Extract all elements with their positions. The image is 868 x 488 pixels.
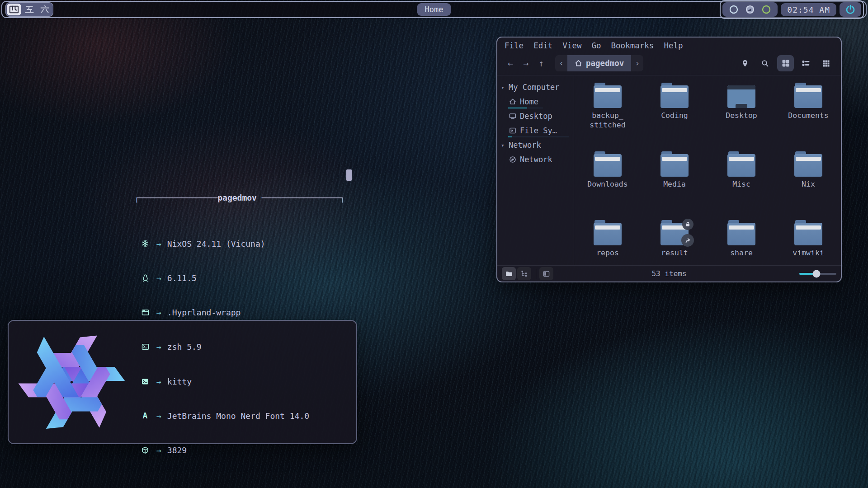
workspace-6[interactable] bbox=[38, 4, 52, 15]
clock: 02:54 AM bbox=[781, 3, 836, 16]
cjk-four-glyph-icon bbox=[9, 5, 19, 14]
file-name: Nix bbox=[802, 180, 815, 189]
file-name: result bbox=[661, 249, 688, 258]
terminal-window[interactable]: ┌────────────────pagedmov ──────────────… bbox=[8, 320, 357, 444]
sidebar-item-label: File Sy… bbox=[520, 126, 557, 135]
fetch-value: 3829 bbox=[167, 445, 187, 456]
menu-view[interactable]: View bbox=[562, 41, 581, 50]
workspace-4[interactable] bbox=[7, 4, 21, 15]
selection-underline bbox=[508, 136, 569, 137]
up-icon[interactable]: ↑ bbox=[533, 58, 549, 69]
fastfetch-output: ┌────────────────pagedmov ──────────────… bbox=[134, 169, 352, 488]
side-panel-icon[interactable] bbox=[539, 267, 553, 280]
sidebar-item-label: Home bbox=[520, 97, 538, 106]
terminal-filled-icon bbox=[140, 378, 151, 385]
menu-edit[interactable]: Edit bbox=[533, 41, 552, 50]
sidebar-item-file-system[interactable]: File Sy… bbox=[497, 123, 574, 138]
arrow-icon: → bbox=[156, 307, 161, 318]
forward-icon[interactable]: → bbox=[518, 58, 533, 69]
fetch-line-os: → NixOS 24.11 (Vicuna) bbox=[134, 238, 352, 249]
fetch-line-wm: → .Hyprland-wrapp bbox=[134, 307, 352, 318]
breadcrumb-next-icon[interactable]: › bbox=[631, 55, 643, 71]
fetch-line-terminal: → kitty bbox=[134, 376, 352, 387]
dnd-half-circle-icon[interactable] bbox=[745, 5, 755, 14]
folder-view-icon[interactable] bbox=[502, 267, 516, 280]
grid-view-icon[interactable] bbox=[777, 55, 794, 71]
chevron-down-icon: ▾ bbox=[501, 84, 505, 91]
slider-knob[interactable] bbox=[812, 270, 820, 277]
circle-outline-green-icon[interactable] bbox=[761, 5, 771, 14]
font-icon: A bbox=[140, 412, 151, 420]
desktop-icon bbox=[509, 113, 517, 120]
menu-file[interactable]: File bbox=[505, 41, 524, 50]
fetch-line-kernel: → 6.11.5 bbox=[134, 272, 352, 284]
breadcrumb-prev-icon[interactable]: ‹ bbox=[555, 55, 567, 71]
file-item[interactable]: vimwiki bbox=[775, 223, 841, 265]
sidebar-section-my-computer[interactable]: ▾ My Computer bbox=[497, 80, 574, 94]
breadcrumb-current[interactable]: pagedmov bbox=[567, 55, 631, 71]
file-item[interactable]: Coding bbox=[641, 85, 708, 154]
file-item[interactable]: Media bbox=[641, 154, 708, 223]
file-manager-window: File Edit View Go Bookmarks Help ← → ↑ ‹… bbox=[496, 37, 842, 282]
sidebar-item-network[interactable]: Network bbox=[497, 152, 574, 167]
folder-icon bbox=[660, 85, 689, 108]
fetch-box-top: ┌────────────────pagedmov ──────────────… bbox=[134, 192, 352, 203]
lock-icon bbox=[682, 219, 693, 230]
drive-icon bbox=[509, 127, 517, 134]
folder-icon bbox=[794, 154, 822, 177]
circle-outline-icon[interactable] bbox=[729, 5, 739, 14]
sidebar: ▾ My Computer Home Desktop Fil bbox=[497, 75, 574, 265]
file-name: Misc bbox=[732, 180, 750, 189]
arrow-icon: → bbox=[156, 445, 161, 456]
nix-snowflake-icon bbox=[140, 239, 151, 248]
menu-go[interactable]: Go bbox=[591, 41, 601, 50]
menu-bookmarks[interactable]: Bookmarks bbox=[611, 41, 654, 50]
workspace-5[interactable] bbox=[22, 4, 37, 15]
sidebar-item-label: Desktop bbox=[520, 112, 552, 121]
bar-right-cluster: 02:54 AM bbox=[720, 0, 864, 19]
folder-icon bbox=[594, 154, 622, 177]
arrow-icon: → bbox=[156, 376, 161, 387]
search-icon[interactable] bbox=[757, 55, 774, 71]
back-icon[interactable]: ← bbox=[503, 58, 518, 69]
menu-help[interactable]: Help bbox=[664, 41, 683, 50]
file-item[interactable]: result bbox=[641, 223, 708, 265]
fetch-value: .Hyprland-wrapp bbox=[167, 307, 241, 318]
file-name: Coding bbox=[661, 111, 688, 121]
workspace-switcher bbox=[5, 2, 53, 17]
icon-zoom-slider[interactable] bbox=[799, 270, 836, 277]
system-tray bbox=[722, 2, 778, 17]
fetch-value: zsh 5.9 bbox=[167, 341, 202, 352]
folder-icon bbox=[660, 154, 689, 177]
file-item[interactable]: Documents bbox=[775, 85, 841, 154]
compact-view-icon[interactable] bbox=[818, 55, 835, 71]
breadcrumb-location: pagedmov bbox=[586, 59, 624, 68]
file-item[interactable]: Desktop bbox=[708, 85, 775, 154]
power-button[interactable] bbox=[840, 2, 861, 17]
folder-icon bbox=[794, 85, 822, 108]
cjk-five-glyph-icon bbox=[24, 5, 34, 14]
file-item[interactable]: backup_​stitched bbox=[574, 85, 641, 154]
file-name: Documents bbox=[788, 111, 828, 121]
file-item[interactable]: Downloads bbox=[574, 154, 641, 223]
fetch-value: 6.11.5 bbox=[167, 272, 197, 284]
file-item[interactable]: repos bbox=[574, 223, 641, 265]
sidebar-item-home[interactable]: Home bbox=[497, 94, 574, 109]
list-view-icon[interactable] bbox=[797, 55, 814, 71]
folder-icon bbox=[794, 223, 822, 245]
section-label: My Computer bbox=[509, 83, 560, 92]
nixos-logo bbox=[16, 326, 128, 438]
window-icon bbox=[140, 309, 151, 316]
file-item[interactable]: share bbox=[708, 223, 775, 265]
arrow-icon: → bbox=[156, 410, 161, 422]
file-item[interactable]: Misc bbox=[708, 154, 775, 223]
menu-bar: File Edit View Go Bookmarks Help bbox=[497, 38, 841, 52]
file-item[interactable]: Nix bbox=[775, 154, 841, 223]
sidebar-section-network[interactable]: ▾ Network bbox=[497, 138, 574, 152]
arrow-icon: → bbox=[156, 341, 161, 352]
location-pin-icon[interactable] bbox=[736, 55, 753, 71]
file-name: Downloads bbox=[587, 180, 627, 189]
tree-view-icon[interactable] bbox=[517, 267, 531, 280]
active-window-title: Home bbox=[417, 3, 451, 16]
sidebar-item-desktop[interactable]: Desktop bbox=[497, 109, 574, 123]
